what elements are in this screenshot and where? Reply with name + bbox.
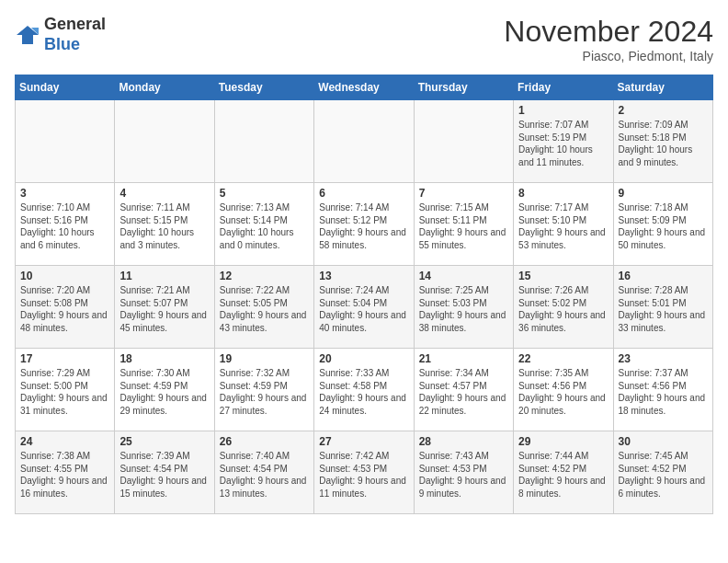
calendar-day: 18Sunrise: 7:30 AM Sunset: 4:59 PM Dayli… [115,349,214,431]
calendar-week-3: 10Sunrise: 7:20 AM Sunset: 5:08 PM Dayli… [16,266,713,349]
calendar-day: 7Sunrise: 7:15 AM Sunset: 5:11 PM Daylig… [414,183,513,266]
day-number: 4 [119,187,209,200]
day-info: Sunrise: 7:26 AM Sunset: 5:02 PM Dayligh… [518,284,608,334]
month-title: November 2024 [504,15,713,49]
day-number: 5 [220,187,309,200]
calendar-day [16,100,115,183]
day-info: Sunrise: 7:40 AM Sunset: 4:54 PM Dayligh… [220,450,309,500]
day-number: 7 [419,187,508,200]
day-number: 3 [20,187,109,200]
day-number: 17 [20,352,109,365]
calendar-day: 24Sunrise: 7:38 AM Sunset: 4:55 PM Dayli… [16,431,115,514]
day-info: Sunrise: 7:29 AM Sunset: 5:00 PM Dayligh… [20,367,109,417]
day-info: Sunrise: 7:15 AM Sunset: 5:11 PM Dayligh… [419,201,508,251]
calendar-day [115,100,214,183]
location-subtitle: Piasco, Piedmont, Italy [504,49,713,63]
day-number: 27 [319,435,408,448]
day-number: 24 [20,435,109,448]
day-info: Sunrise: 7:30 AM Sunset: 4:59 PM Dayligh… [119,367,209,417]
day-info: Sunrise: 7:45 AM Sunset: 4:52 PM Dayligh… [619,450,708,500]
day-info: Sunrise: 7:34 AM Sunset: 4:57 PM Dayligh… [419,367,508,417]
calendar-day: 1Sunrise: 7:07 AM Sunset: 5:19 PM Daylig… [514,100,613,183]
day-info: Sunrise: 7:22 AM Sunset: 5:05 PM Dayligh… [220,284,309,334]
calendar-day: 12Sunrise: 7:22 AM Sunset: 5:05 PM Dayli… [214,266,313,349]
day-info: Sunrise: 7:07 AM Sunset: 5:19 PM Dayligh… [518,119,608,168]
logo-line1: General [44,15,106,35]
day-info: Sunrise: 7:38 AM Sunset: 4:55 PM Dayligh… [20,450,109,500]
calendar-day: 25Sunrise: 7:39 AM Sunset: 4:54 PM Dayli… [115,431,214,514]
day-info: Sunrise: 7:17 AM Sunset: 5:10 PM Dayligh… [518,201,608,251]
day-info: Sunrise: 7:43 AM Sunset: 4:53 PM Dayligh… [419,450,508,500]
day-number: 16 [619,270,708,282]
day-info: Sunrise: 7:24 AM Sunset: 5:04 PM Dayligh… [319,284,408,334]
day-info: Sunrise: 7:14 AM Sunset: 5:12 PM Dayligh… [319,201,408,251]
day-number: 21 [419,352,508,365]
day-number: 15 [518,270,608,282]
calendar-day: 13Sunrise: 7:24 AM Sunset: 5:04 PM Dayli… [314,266,414,349]
calendar-day: 28Sunrise: 7:43 AM Sunset: 4:53 PM Dayli… [414,431,513,514]
calendar-day [414,100,513,183]
day-number: 14 [419,270,508,282]
calendar-day: 20Sunrise: 7:33 AM Sunset: 4:58 PM Dayli… [314,349,414,431]
day-number: 10 [20,270,109,282]
calendar-day: 2Sunrise: 7:09 AM Sunset: 5:18 PM Daylig… [613,100,712,183]
calendar-day: 5Sunrise: 7:13 AM Sunset: 5:14 PM Daylig… [214,183,313,266]
calendar-week-2: 3Sunrise: 7:10 AM Sunset: 5:16 PM Daylig… [16,183,713,266]
calendar-day: 14Sunrise: 7:25 AM Sunset: 5:03 PM Dayli… [414,266,513,349]
day-number: 18 [119,352,209,365]
col-header-sunday: Sunday [16,75,115,100]
calendar-day: 11Sunrise: 7:21 AM Sunset: 5:07 PM Dayli… [115,266,214,349]
day-number: 1 [518,104,608,117]
calendar-day: 10Sunrise: 7:20 AM Sunset: 5:08 PM Dayli… [16,266,115,349]
day-info: Sunrise: 7:25 AM Sunset: 5:03 PM Dayligh… [419,284,508,334]
day-number: 26 [220,435,309,448]
day-number: 2 [619,104,708,117]
calendar-day: 19Sunrise: 7:32 AM Sunset: 4:59 PM Dayli… [214,349,313,431]
calendar-day: 15Sunrise: 7:26 AM Sunset: 5:02 PM Dayli… [514,266,613,349]
calendar-day: 27Sunrise: 7:42 AM Sunset: 4:53 PM Dayli… [314,431,414,514]
day-number: 30 [619,435,708,448]
calendar-day: 16Sunrise: 7:28 AM Sunset: 5:01 PM Dayli… [613,266,712,349]
calendar-table: SundayMondayTuesdayWednesdayThursdayFrid… [15,75,713,514]
calendar-day: 9Sunrise: 7:18 AM Sunset: 5:09 PM Daylig… [613,183,712,266]
day-number: 12 [220,270,309,282]
day-number: 28 [419,435,508,448]
calendar-week-1: 1Sunrise: 7:07 AM Sunset: 5:19 PM Daylig… [16,100,713,183]
calendar-day: 4Sunrise: 7:11 AM Sunset: 5:15 PM Daylig… [115,183,214,266]
day-number: 22 [518,352,608,365]
day-info: Sunrise: 7:10 AM Sunset: 5:16 PM Dayligh… [20,201,109,251]
calendar-day: 21Sunrise: 7:34 AM Sunset: 4:57 PM Dayli… [414,349,513,431]
day-number: 6 [319,187,408,200]
calendar-day [314,100,414,183]
day-number: 11 [119,270,209,282]
day-number: 9 [619,187,708,200]
day-info: Sunrise: 7:21 AM Sunset: 5:07 PM Dayligh… [119,284,209,334]
day-number: 8 [518,187,608,200]
page-header: General Blue November 2024 Piasco, Piedm… [15,15,713,63]
col-header-wednesday: Wednesday [314,75,414,100]
col-header-tuesday: Tuesday [214,75,313,100]
day-number: 19 [220,352,309,365]
day-info: Sunrise: 7:42 AM Sunset: 4:53 PM Dayligh… [319,450,408,500]
col-header-monday: Monday [115,75,214,100]
day-info: Sunrise: 7:39 AM Sunset: 4:54 PM Dayligh… [119,450,209,500]
calendar-day: 8Sunrise: 7:17 AM Sunset: 5:10 PM Daylig… [514,183,613,266]
day-info: Sunrise: 7:44 AM Sunset: 4:52 PM Dayligh… [518,450,608,500]
calendar-week-4: 17Sunrise: 7:29 AM Sunset: 5:00 PM Dayli… [16,349,713,431]
calendar-day: 29Sunrise: 7:44 AM Sunset: 4:52 PM Dayli… [514,431,613,514]
day-number: 29 [518,435,608,448]
day-info: Sunrise: 7:13 AM Sunset: 5:14 PM Dayligh… [220,201,309,251]
calendar-day: 17Sunrise: 7:29 AM Sunset: 5:00 PM Dayli… [16,349,115,431]
day-info: Sunrise: 7:33 AM Sunset: 4:58 PM Dayligh… [319,367,408,417]
day-info: Sunrise: 7:32 AM Sunset: 4:59 PM Dayligh… [220,367,309,417]
col-header-saturday: Saturday [613,75,712,100]
calendar-day: 6Sunrise: 7:14 AM Sunset: 5:12 PM Daylig… [314,183,414,266]
day-number: 20 [319,352,408,365]
logo: General Blue [15,15,106,54]
calendar-header-row: SundayMondayTuesdayWednesdayThursdayFrid… [16,75,713,100]
calendar-day: 26Sunrise: 7:40 AM Sunset: 4:54 PM Dayli… [214,431,313,514]
col-header-thursday: Thursday [414,75,513,100]
logo-line2: Blue [44,35,106,55]
calendar-day [214,100,313,183]
day-number: 13 [319,270,408,282]
